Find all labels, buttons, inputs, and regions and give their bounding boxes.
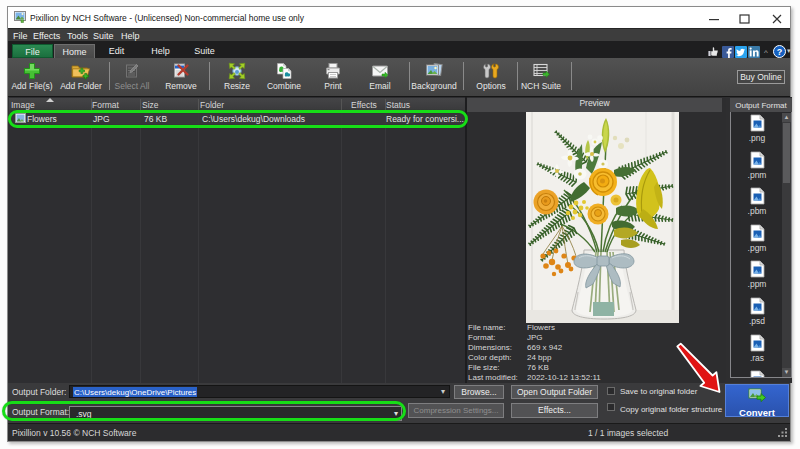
svg-text:?: ?: [777, 47, 783, 57]
